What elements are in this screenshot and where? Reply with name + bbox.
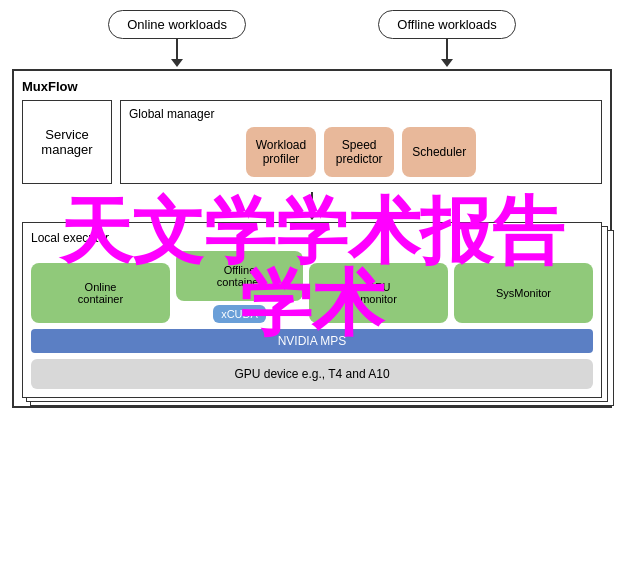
global-manager-label: Global manager — [129, 107, 593, 121]
offline-workloads-label: Offline workloads — [378, 10, 515, 39]
global-manager-section: Global manager Workloadprofiler Speedpre… — [120, 100, 602, 184]
xcuda-badge: xCUDA — [213, 305, 266, 323]
arrow-head — [306, 212, 318, 220]
offline-container-box: Offlinecontainer — [176, 251, 303, 301]
online-workloads-label: Online workloads — [108, 10, 246, 39]
service-manager-box: Servicemanager — [22, 100, 112, 184]
scheduler-box: Scheduler — [402, 127, 476, 177]
gpu-device-box: GPU device e.g., T4 and A10 — [31, 359, 593, 389]
speed-predictor-box: Speedpredictor — [324, 127, 394, 177]
stacked-pages: Local executor Onlinecontainer Offlineco… — [22, 222, 602, 398]
service-manager-label: Servicemanager — [41, 127, 92, 157]
gpu-monitor-box: GPUmonitor — [309, 263, 448, 323]
arrows-row — [2, 39, 622, 69]
executor-items: Onlinecontainer Offlinecontainer xCUDA G… — [31, 251, 593, 323]
arrow-line — [176, 39, 178, 59]
local-executor-box: Local executor Onlinecontainer Offlineco… — [22, 222, 602, 398]
middle-arrow — [22, 192, 602, 220]
sysmonitor-box: SysMonitor — [454, 263, 593, 323]
nvidia-mps-bar: NVIDIA MPS — [31, 329, 593, 353]
arrow-head — [441, 59, 453, 67]
workload-profiler-box: Workloadprofiler — [246, 127, 316, 177]
online-container-box: Onlinecontainer — [31, 263, 170, 323]
local-executor-label: Local executor — [31, 231, 593, 245]
arrow-line — [311, 192, 313, 212]
top-labels-row: Online workloads Offline workloads — [2, 10, 622, 39]
global-manager-items: Workloadprofiler Speedpredictor Schedule… — [129, 127, 593, 177]
main-container: Online workloads Offline workloads MuxFl… — [2, 0, 622, 408]
muxflow-box: MuxFlow Servicemanager Global manager Wo… — [12, 69, 612, 408]
arrow-line — [446, 39, 448, 59]
arrow-head — [171, 59, 183, 67]
top-section: Servicemanager Global manager Workloadpr… — [22, 100, 602, 184]
online-arrow — [171, 39, 183, 67]
offline-arrow — [441, 39, 453, 67]
middle-arrow-down — [306, 192, 318, 220]
offline-container-group: Offlinecontainer xCUDA — [176, 251, 303, 323]
muxflow-label: MuxFlow — [22, 79, 602, 94]
